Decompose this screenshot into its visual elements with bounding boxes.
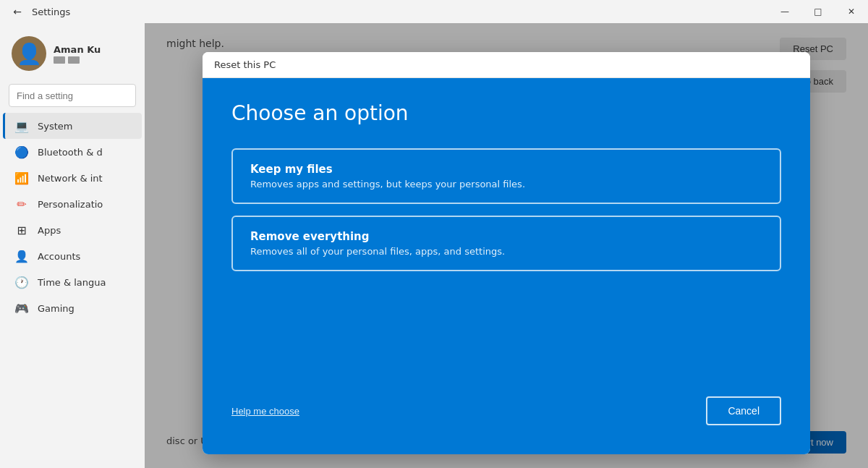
- avatar: 👤: [12, 36, 46, 71]
- user-info: Aman Ku: [54, 44, 101, 64]
- option-keep-files[interactable]: Keep my files Removes apps and settings,…: [231, 148, 781, 204]
- dialog-overlay: Reset this PC Choose an option Keep my f…: [145, 23, 868, 468]
- sidebar-item-label-bluetooth: Bluetooth & d: [38, 147, 103, 158]
- dialog-title-bar: Reset this PC: [203, 52, 810, 78]
- sidebar-item-label-accounts: Accounts: [38, 251, 80, 262]
- help-me-choose-link[interactable]: Help me choose: [231, 406, 299, 417]
- sidebar-item-gaming[interactable]: 🎮 Gaming: [3, 295, 142, 321]
- sidebar: 👤 Aman Ku 💻 System 🔵: [0, 23, 145, 468]
- dialog-heading: Choose an option: [231, 101, 781, 125]
- sidebar-item-label-personalization: Personalizatio: [38, 199, 103, 210]
- settings-window: ← Settings — □ ✕ 👤 Aman Ku: [0, 0, 868, 468]
- dialog-footer: Help me choose Cancel: [231, 373, 781, 425]
- bluetooth-icon: 🔵: [14, 145, 29, 159]
- apps-icon: ⊞: [14, 223, 29, 237]
- sidebar-item-apps[interactable]: ⊞ Apps: [3, 217, 142, 243]
- dialog-title: Reset this PC: [214, 59, 276, 70]
- option-remove-everything-title: Remove everything: [250, 230, 762, 243]
- minimize-button[interactable]: —: [768, 0, 801, 23]
- window-controls: — □ ✕: [768, 0, 868, 23]
- sidebar-item-bluetooth[interactable]: 🔵 Bluetooth & d: [3, 139, 142, 165]
- back-button[interactable]: ←: [9, 3, 26, 20]
- user-badges: [54, 56, 101, 64]
- sidebar-item-network[interactable]: 📶 Network & int: [3, 165, 142, 191]
- sidebar-item-label-time: Time & langua: [38, 277, 106, 288]
- sidebar-item-system[interactable]: 💻 System: [3, 113, 142, 139]
- reset-dialog: Reset this PC Choose an option Keep my f…: [203, 52, 810, 454]
- sidebar-item-time[interactable]: 🕐 Time & langua: [3, 269, 142, 295]
- option-remove-everything-desc: Removes all of your personal files, apps…: [250, 246, 762, 257]
- sidebar-item-label-network: Network & int: [38, 173, 103, 184]
- content-area: 👤 Aman Ku 💻 System 🔵: [0, 23, 868, 468]
- sidebar-item-label-gaming: Gaming: [38, 303, 75, 314]
- sidebar-item-label-apps: Apps: [38, 225, 61, 236]
- option-keep-files-desc: Removes apps and settings, but keeps you…: [250, 179, 762, 190]
- accounts-icon: 👤: [14, 249, 29, 263]
- maximize-button[interactable]: □: [801, 0, 835, 23]
- option-keep-files-title: Keep my files: [250, 163, 762, 176]
- sidebar-item-label-system: System: [38, 121, 72, 132]
- system-icon: 💻: [14, 119, 29, 133]
- cancel-button[interactable]: Cancel: [706, 396, 781, 425]
- sidebar-item-personalization[interactable]: ✏️ Personalizatio: [3, 191, 142, 217]
- user-badge-1: [54, 56, 65, 64]
- personalization-icon: ✏️: [14, 197, 29, 211]
- dialog-body: Choose an option Keep my files Removes a…: [203, 78, 810, 454]
- window-title: Settings: [32, 7, 70, 17]
- network-icon: 📶: [14, 171, 29, 185]
- user-profile[interactable]: 👤 Aman Ku: [0, 29, 145, 78]
- search-input[interactable]: [17, 90, 138, 101]
- time-icon: 🕐: [14, 275, 29, 289]
- main-content: might help. Reset PC Go back disc or USB…: [145, 23, 868, 468]
- option-remove-everything[interactable]: Remove everything Removes all of your pe…: [231, 216, 781, 271]
- close-button[interactable]: ✕: [835, 0, 868, 23]
- user-badge-2: [68, 56, 80, 64]
- user-name: Aman Ku: [54, 44, 101, 55]
- gaming-icon: 🎮: [14, 301, 29, 315]
- search-box[interactable]: [9, 84, 136, 107]
- title-bar: ← Settings — □ ✕: [0, 0, 868, 23]
- sidebar-item-accounts[interactable]: 👤 Accounts: [3, 243, 142, 269]
